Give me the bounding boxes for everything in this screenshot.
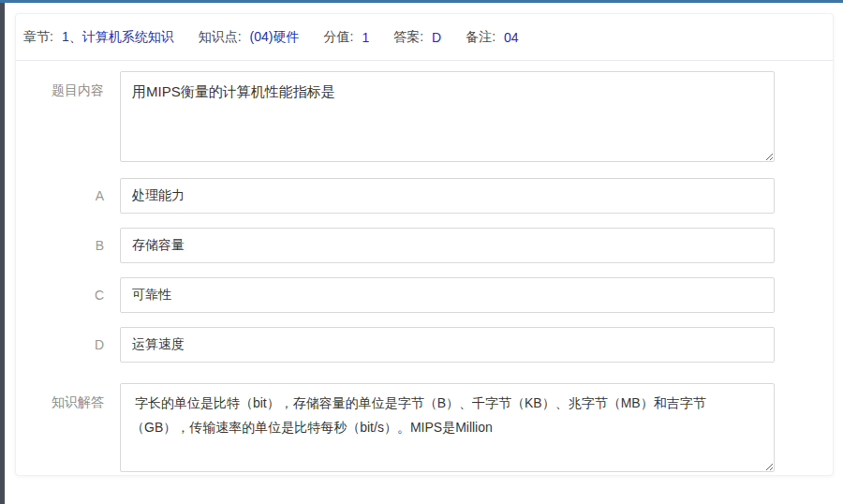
question-content-row: 题目内容 用MIPS衡量的计算机性能指标是 xyxy=(16,71,833,162)
remark-value[interactable]: 04 xyxy=(504,30,519,45)
option-d-input[interactable] xyxy=(120,327,775,363)
option-d-row: D xyxy=(16,327,833,363)
option-b-input[interactable] xyxy=(120,228,775,263)
explanation-label: 知识解答 xyxy=(16,383,104,472)
option-a-row: A xyxy=(16,178,833,214)
question-content-textarea[interactable]: 用MIPS衡量的计算机性能指标是 xyxy=(120,71,775,162)
sidebar-edge xyxy=(0,3,5,504)
meta-chapter: 章节: 1、计算机系统知识 xyxy=(23,29,174,46)
option-c-row: C xyxy=(16,277,833,313)
remark-label: 备注: xyxy=(466,29,495,46)
meta-remark: 备注: 04 xyxy=(466,29,518,46)
knowledge-point-value[interactable]: (04)硬件 xyxy=(250,29,300,46)
question-detail-card: 章节: 1、计算机系统知识 知识点: (04)硬件 分值: 1 答案: D 备注… xyxy=(15,13,834,476)
option-c-label: C xyxy=(16,288,104,303)
question-content-label: 题目内容 xyxy=(16,71,104,162)
meta-answer: 答案: D xyxy=(393,29,441,46)
question-form: 题目内容 用MIPS衡量的计算机性能指标是 A B C D 知识解答 字长的单位… xyxy=(16,61,833,472)
chapter-value[interactable]: 1、计算机系统知识 xyxy=(62,29,174,46)
score-value[interactable]: 1 xyxy=(362,30,369,45)
option-a-label: A xyxy=(16,188,104,203)
explanation-textarea[interactable]: 字长的单位是比特（bit），存储容量的单位是字节（B）、千字节（KB）、兆字节（… xyxy=(120,383,775,472)
meta-score: 分值: 1 xyxy=(323,29,369,46)
option-b-row: B xyxy=(16,228,833,263)
chapter-label: 章节: xyxy=(23,29,53,46)
top-accent-line xyxy=(0,0,843,3)
knowledge-point-label: 知识点: xyxy=(199,29,242,46)
explanation-row: 知识解答 字长的单位是比特（bit），存储容量的单位是字节（B）、千字节（KB）… xyxy=(16,383,833,472)
score-label: 分值: xyxy=(323,29,353,46)
answer-value[interactable]: D xyxy=(432,30,441,45)
answer-label: 答案: xyxy=(393,29,423,46)
option-a-input[interactable] xyxy=(120,178,775,214)
option-d-label: D xyxy=(16,337,104,352)
option-c-input[interactable] xyxy=(120,277,775,313)
question-meta-bar: 章节: 1、计算机系统知识 知识点: (04)硬件 分值: 1 答案: D 备注… xyxy=(16,14,833,61)
meta-knowledge-point: 知识点: (04)硬件 xyxy=(199,29,300,46)
option-b-label: B xyxy=(16,238,104,253)
